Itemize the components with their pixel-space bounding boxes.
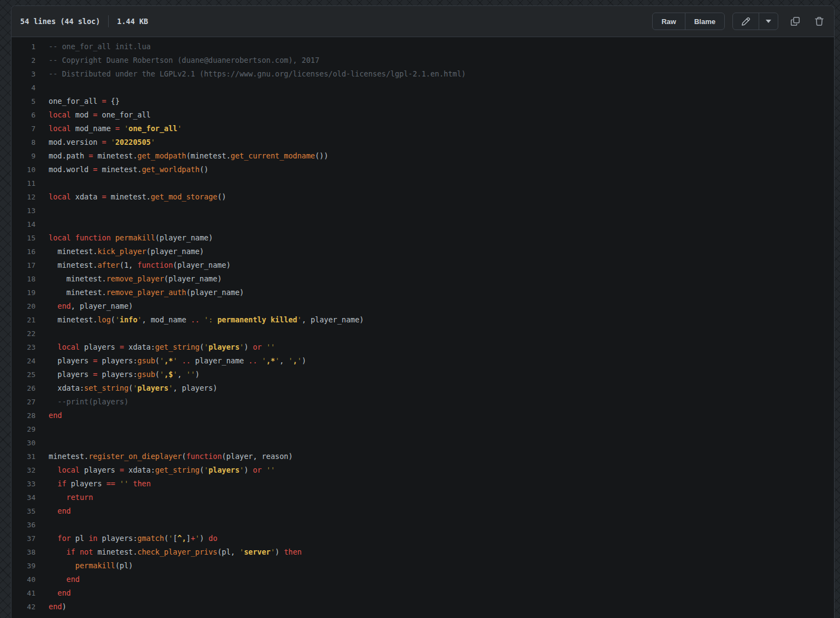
blame-button[interactable]: Blame xyxy=(685,13,724,30)
code-row: 28end xyxy=(11,409,834,422)
code-line: permakill(pl) xyxy=(36,559,133,573)
meta-divider xyxy=(108,15,109,27)
code-row: 26 xdata:set_string('players', players) xyxy=(11,381,834,395)
line-number[interactable]: 35 xyxy=(11,504,36,518)
code-row: 39 permakill(pl) xyxy=(11,559,834,573)
line-number[interactable]: 28 xyxy=(11,409,36,422)
code-row: 36 xyxy=(11,518,834,532)
line-number[interactable]: 23 xyxy=(11,340,36,354)
code-line: minetest.remove_player(player_name) xyxy=(36,272,222,286)
code-row: 6local mod = one_for_all xyxy=(11,108,834,122)
line-number[interactable]: 17 xyxy=(11,258,36,272)
code-line: if not minetest.check_player_privs(pl, '… xyxy=(36,545,301,559)
code-row: 14 xyxy=(11,217,834,231)
code-row: 22 xyxy=(11,327,834,340)
code-line: end xyxy=(36,409,62,422)
line-number[interactable]: 18 xyxy=(11,272,36,286)
code-line xyxy=(36,436,49,450)
code-view: 1-- one_for_all init.lua2-- Copyright Du… xyxy=(11,37,834,618)
code-row: 35 end xyxy=(11,504,834,518)
code-line: -- Distributed under the LGPLv2.1 (https… xyxy=(36,67,466,81)
line-number[interactable]: 20 xyxy=(11,299,36,313)
line-number[interactable]: 13 xyxy=(11,204,36,217)
edit-dropdown-button[interactable] xyxy=(759,13,778,30)
line-number[interactable]: 39 xyxy=(11,559,36,573)
code-line xyxy=(36,81,49,95)
code-row: 43 xyxy=(11,614,834,618)
line-number[interactable]: 10 xyxy=(11,163,36,176)
copy-button[interactable] xyxy=(788,14,802,28)
line-number[interactable]: 32 xyxy=(11,463,36,477)
line-number[interactable]: 33 xyxy=(11,477,36,491)
code-line: end xyxy=(36,573,80,586)
line-number[interactable]: 42 xyxy=(11,600,36,614)
code-line: -- one_for_all init.lua xyxy=(36,40,151,54)
code-row: 18 minetest.remove_player(player_name) xyxy=(11,272,834,286)
code-row: 19 minetest.remove_player_auth(player_na… xyxy=(11,286,834,299)
line-number[interactable]: 26 xyxy=(11,381,36,395)
line-number[interactable]: 25 xyxy=(11,368,36,381)
code-row: 40 end xyxy=(11,573,834,586)
code-row: 25 players = players:gsub(',$', '') xyxy=(11,368,834,381)
code-row: 11 xyxy=(11,176,834,190)
line-number[interactable]: 8 xyxy=(11,136,36,149)
code-line: minetest.register_on_dieplayer(function(… xyxy=(36,450,293,463)
code-line: end, player_name) xyxy=(36,299,133,313)
line-number[interactable]: 6 xyxy=(11,108,36,122)
edit-button[interactable] xyxy=(733,13,759,30)
code-line: local players = xdata:get_string('player… xyxy=(36,463,275,477)
line-number[interactable]: 7 xyxy=(11,122,36,136)
line-number[interactable]: 14 xyxy=(11,217,36,231)
code-line: minetest.remove_player_auth(player_name) xyxy=(36,286,244,299)
line-number[interactable]: 43 xyxy=(11,614,36,618)
edit-group xyxy=(732,13,778,30)
line-number[interactable]: 9 xyxy=(11,149,36,163)
line-number[interactable]: 15 xyxy=(11,231,36,245)
line-number[interactable]: 37 xyxy=(11,532,36,545)
line-number[interactable]: 24 xyxy=(11,354,36,368)
code-line xyxy=(36,327,49,340)
code-row: 27 --print(players) xyxy=(11,395,834,409)
code-row: 15local function permakill(player_name) xyxy=(11,231,834,245)
file-header: 54 lines (44 sloc) 1.44 KB Raw Blame xyxy=(11,6,834,37)
code-row: 37 for pl in players:gmatch('[^,]+') do xyxy=(11,532,834,545)
line-number[interactable]: 22 xyxy=(11,327,36,340)
line-number[interactable]: 11 xyxy=(11,176,36,190)
code-row: 8mod.version = '20220505' xyxy=(11,136,834,149)
code-row: 1-- one_for_all init.lua xyxy=(11,40,834,54)
code-line xyxy=(36,204,49,217)
pencil-icon xyxy=(741,17,750,26)
line-number[interactable]: 31 xyxy=(11,450,36,463)
line-number[interactable]: 1 xyxy=(11,40,36,54)
code-line: players = players:gsub(',*' .. player_na… xyxy=(36,354,306,368)
code-row: 31minetest.register_on_dieplayer(functio… xyxy=(11,450,834,463)
raw-button[interactable]: Raw xyxy=(653,13,685,30)
page: 54 lines (44 sloc) 1.44 KB Raw Blame xyxy=(0,0,840,618)
copy-icon xyxy=(790,16,800,26)
code-row: 12local xdata = minetest.get_mod_storage… xyxy=(11,190,834,204)
line-number[interactable]: 36 xyxy=(11,518,36,532)
line-number[interactable]: 4 xyxy=(11,81,36,95)
line-number[interactable]: 19 xyxy=(11,286,36,299)
file-viewer: 54 lines (44 sloc) 1.44 KB Raw Blame xyxy=(11,5,835,618)
line-number[interactable]: 41 xyxy=(11,586,36,600)
line-number[interactable]: 40 xyxy=(11,573,36,586)
line-number[interactable]: 29 xyxy=(11,422,36,436)
code-line xyxy=(36,614,49,618)
line-number[interactable]: 34 xyxy=(11,491,36,504)
delete-button[interactable] xyxy=(812,14,826,28)
line-number[interactable]: 38 xyxy=(11,545,36,559)
line-number[interactable]: 30 xyxy=(11,436,36,450)
line-number[interactable]: 12 xyxy=(11,190,36,204)
line-number[interactable]: 21 xyxy=(11,313,36,327)
line-number[interactable]: 2 xyxy=(11,54,36,67)
line-number[interactable]: 27 xyxy=(11,395,36,409)
code-line: mod.world = minetest.get_worldpath() xyxy=(36,163,209,176)
line-number[interactable]: 5 xyxy=(11,95,36,108)
code-line: local function permakill(player_name) xyxy=(36,231,213,245)
code-row: 33 if players == '' then xyxy=(11,477,834,491)
code-line: end xyxy=(36,586,71,600)
line-number[interactable]: 16 xyxy=(11,245,36,258)
code-row: 4 xyxy=(11,81,834,95)
line-number[interactable]: 3 xyxy=(11,67,36,81)
